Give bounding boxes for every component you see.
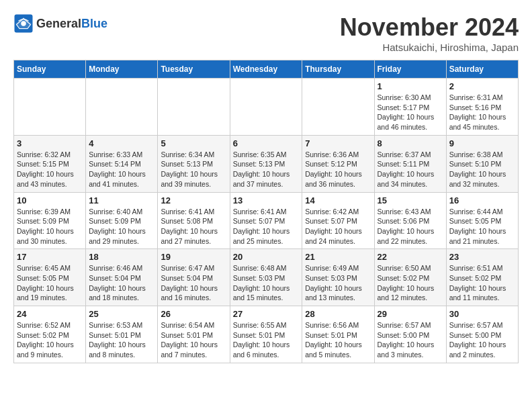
day-info: Sunrise: 6:40 AM Sunset: 5:09 PM Dayligh… bbox=[89, 207, 154, 246]
calendar-body: 1Sunrise: 6:30 AM Sunset: 5:17 PM Daylig… bbox=[14, 79, 519, 363]
day-number: 7 bbox=[305, 138, 371, 148]
day-number: 2 bbox=[449, 81, 515, 91]
month-title: November 2024 bbox=[340, 13, 519, 42]
day-number: 8 bbox=[378, 138, 443, 148]
day-info: Sunrise: 6:47 AM Sunset: 5:04 PM Dayligh… bbox=[161, 263, 226, 303]
calendar-week-row: 24Sunrise: 6:52 AM Sunset: 5:02 PM Dayli… bbox=[14, 306, 519, 363]
logo-general-text: General bbox=[36, 17, 81, 30]
day-number: 5 bbox=[161, 138, 226, 148]
day-info: Sunrise: 6:44 AM Sunset: 5:05 PM Dayligh… bbox=[449, 207, 515, 246]
calendar-day-cell: 10Sunrise: 6:39 AM Sunset: 5:09 PM Dayli… bbox=[14, 192, 86, 249]
calendar-day-cell: 28Sunrise: 6:56 AM Sunset: 5:01 PM Dayli… bbox=[302, 306, 374, 363]
day-info: Sunrise: 6:41 AM Sunset: 5:08 PM Dayligh… bbox=[161, 207, 226, 246]
day-number: 13 bbox=[233, 195, 300, 205]
calendar-day-cell: 30Sunrise: 6:57 AM Sunset: 5:00 PM Dayli… bbox=[446, 306, 518, 363]
day-info: Sunrise: 6:50 AM Sunset: 5:02 PM Dayligh… bbox=[378, 263, 443, 303]
day-number: 16 bbox=[449, 195, 515, 205]
calendar-day-cell: 21Sunrise: 6:49 AM Sunset: 5:03 PM Dayli… bbox=[302, 249, 374, 306]
calendar-day-cell: 18Sunrise: 6:46 AM Sunset: 5:04 PM Dayli… bbox=[86, 249, 158, 306]
day-info: Sunrise: 6:46 AM Sunset: 5:04 PM Dayligh… bbox=[89, 263, 154, 303]
calendar-week-row: 1Sunrise: 6:30 AM Sunset: 5:17 PM Daylig… bbox=[14, 79, 519, 136]
calendar-day-cell bbox=[158, 79, 230, 136]
day-info: Sunrise: 6:43 AM Sunset: 5:06 PM Dayligh… bbox=[378, 207, 443, 246]
weekday-header-row: SundayMondayTuesdayWednesdayThursdayFrid… bbox=[14, 60, 519, 79]
day-number: 25 bbox=[89, 309, 154, 319]
header: GeneralBlue November 2024 Hatsukaichi, H… bbox=[13, 13, 519, 53]
day-number: 4 bbox=[89, 138, 154, 148]
day-number: 18 bbox=[89, 252, 154, 262]
day-info: Sunrise: 6:45 AM Sunset: 5:05 PM Dayligh… bbox=[17, 263, 83, 303]
calendar-day-cell: 11Sunrise: 6:40 AM Sunset: 5:09 PM Dayli… bbox=[86, 192, 158, 249]
day-number: 23 bbox=[449, 252, 515, 262]
weekday-header-cell: Tuesday bbox=[158, 60, 230, 79]
calendar-day-cell: 24Sunrise: 6:52 AM Sunset: 5:02 PM Dayli… bbox=[14, 306, 86, 363]
calendar-day-cell: 2Sunrise: 6:31 AM Sunset: 5:16 PM Daylig… bbox=[446, 79, 518, 136]
calendar-day-cell: 14Sunrise: 6:42 AM Sunset: 5:07 PM Dayli… bbox=[302, 192, 374, 249]
calendar-day-cell: 8Sunrise: 6:37 AM Sunset: 5:11 PM Daylig… bbox=[374, 135, 446, 192]
day-info: Sunrise: 6:30 AM Sunset: 5:17 PM Dayligh… bbox=[378, 93, 443, 132]
day-number: 15 bbox=[378, 195, 443, 205]
calendar-day-cell: 6Sunrise: 6:35 AM Sunset: 5:13 PM Daylig… bbox=[230, 135, 302, 192]
day-number: 6 bbox=[233, 138, 300, 148]
day-info: Sunrise: 6:54 AM Sunset: 5:01 PM Dayligh… bbox=[161, 320, 226, 360]
day-number: 30 bbox=[449, 309, 515, 319]
day-info: Sunrise: 6:35 AM Sunset: 5:13 PM Dayligh… bbox=[233, 150, 300, 189]
day-number: 21 bbox=[305, 252, 371, 262]
calendar-day-cell: 17Sunrise: 6:45 AM Sunset: 5:05 PM Dayli… bbox=[14, 249, 86, 306]
weekday-header-cell: Monday bbox=[86, 60, 158, 79]
day-info: Sunrise: 6:49 AM Sunset: 5:03 PM Dayligh… bbox=[305, 263, 371, 303]
svg-point-2 bbox=[21, 21, 26, 26]
day-number: 1 bbox=[378, 81, 443, 91]
location-title: Hatsukaichi, Hiroshima, Japan bbox=[340, 42, 519, 53]
calendar-day-cell: 27Sunrise: 6:55 AM Sunset: 5:01 PM Dayli… bbox=[230, 306, 302, 363]
day-info: Sunrise: 6:41 AM Sunset: 5:07 PM Dayligh… bbox=[233, 207, 300, 246]
calendar-week-row: 17Sunrise: 6:45 AM Sunset: 5:05 PM Dayli… bbox=[14, 249, 519, 306]
day-number: 9 bbox=[449, 138, 515, 148]
day-number: 12 bbox=[161, 195, 226, 205]
day-number: 29 bbox=[378, 309, 443, 319]
day-info: Sunrise: 6:36 AM Sunset: 5:12 PM Dayligh… bbox=[305, 150, 371, 189]
calendar-week-row: 10Sunrise: 6:39 AM Sunset: 5:09 PM Dayli… bbox=[14, 192, 519, 249]
day-info: Sunrise: 6:51 AM Sunset: 5:02 PM Dayligh… bbox=[449, 263, 515, 303]
calendar-day-cell bbox=[230, 79, 302, 136]
day-info: Sunrise: 6:56 AM Sunset: 5:01 PM Dayligh… bbox=[305, 320, 371, 360]
calendar-day-cell: 20Sunrise: 6:48 AM Sunset: 5:03 PM Dayli… bbox=[230, 249, 302, 306]
calendar-week-row: 3Sunrise: 6:32 AM Sunset: 5:15 PM Daylig… bbox=[14, 135, 519, 192]
day-info: Sunrise: 6:57 AM Sunset: 5:00 PM Dayligh… bbox=[378, 320, 443, 360]
weekday-header-cell: Friday bbox=[374, 60, 446, 79]
calendar-day-cell bbox=[86, 79, 158, 136]
calendar-day-cell: 4Sunrise: 6:33 AM Sunset: 5:14 PM Daylig… bbox=[86, 135, 158, 192]
calendar-day-cell: 1Sunrise: 6:30 AM Sunset: 5:17 PM Daylig… bbox=[374, 79, 446, 136]
logo-blue-text: Blue bbox=[81, 17, 107, 30]
day-number: 24 bbox=[17, 309, 83, 319]
day-number: 14 bbox=[305, 195, 371, 205]
calendar-day-cell: 12Sunrise: 6:41 AM Sunset: 5:08 PM Dayli… bbox=[158, 192, 230, 249]
day-info: Sunrise: 6:42 AM Sunset: 5:07 PM Dayligh… bbox=[305, 207, 371, 246]
day-info: Sunrise: 6:34 AM Sunset: 5:13 PM Dayligh… bbox=[161, 150, 226, 189]
day-info: Sunrise: 6:52 AM Sunset: 5:02 PM Dayligh… bbox=[17, 320, 83, 360]
day-info: Sunrise: 6:39 AM Sunset: 5:09 PM Dayligh… bbox=[17, 207, 83, 246]
day-info: Sunrise: 6:57 AM Sunset: 5:00 PM Dayligh… bbox=[449, 320, 515, 360]
calendar: SundayMondayTuesdayWednesdayThursdayFrid… bbox=[13, 60, 519, 363]
day-info: Sunrise: 6:32 AM Sunset: 5:15 PM Dayligh… bbox=[17, 150, 83, 189]
day-info: Sunrise: 6:37 AM Sunset: 5:11 PM Dayligh… bbox=[378, 150, 443, 189]
day-number: 28 bbox=[305, 309, 371, 319]
calendar-day-cell: 26Sunrise: 6:54 AM Sunset: 5:01 PM Dayli… bbox=[158, 306, 230, 363]
calendar-day-cell: 5Sunrise: 6:34 AM Sunset: 5:13 PM Daylig… bbox=[158, 135, 230, 192]
day-info: Sunrise: 6:38 AM Sunset: 5:10 PM Dayligh… bbox=[449, 150, 515, 189]
day-number: 11 bbox=[89, 195, 154, 205]
day-number: 27 bbox=[233, 309, 300, 319]
calendar-day-cell: 23Sunrise: 6:51 AM Sunset: 5:02 PM Dayli… bbox=[446, 249, 518, 306]
day-info: Sunrise: 6:33 AM Sunset: 5:14 PM Dayligh… bbox=[89, 150, 154, 189]
calendar-day-cell: 22Sunrise: 6:50 AM Sunset: 5:02 PM Dayli… bbox=[374, 249, 446, 306]
calendar-day-cell: 16Sunrise: 6:44 AM Sunset: 5:05 PM Dayli… bbox=[446, 192, 518, 249]
logo: GeneralBlue bbox=[13, 13, 107, 34]
weekday-header-cell: Saturday bbox=[446, 60, 518, 79]
day-info: Sunrise: 6:53 AM Sunset: 5:01 PM Dayligh… bbox=[89, 320, 154, 360]
day-number: 19 bbox=[161, 252, 226, 262]
weekday-header-cell: Wednesday bbox=[230, 60, 302, 79]
calendar-day-cell: 29Sunrise: 6:57 AM Sunset: 5:00 PM Dayli… bbox=[374, 306, 446, 363]
calendar-day-cell: 9Sunrise: 6:38 AM Sunset: 5:10 PM Daylig… bbox=[446, 135, 518, 192]
calendar-day-cell bbox=[14, 79, 86, 136]
day-number: 10 bbox=[17, 195, 83, 205]
